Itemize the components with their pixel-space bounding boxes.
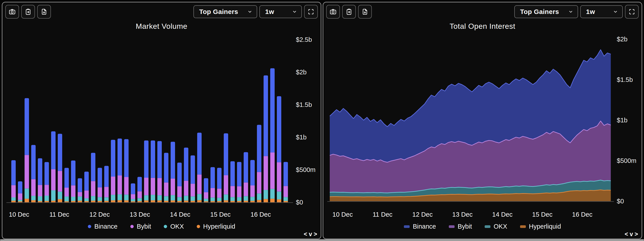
chevron-down-icon (613, 9, 618, 14)
svg-text:14 Dec: 14 Dec (170, 211, 190, 218)
svg-text:$500m: $500m (296, 166, 316, 173)
screenshot-button[interactable] (326, 5, 340, 18)
svg-text:11 Dec: 11 Dec (49, 211, 69, 218)
legend-marker (197, 225, 200, 228)
legend-item-binance[interactable]: Binance (404, 223, 436, 230)
legend-marker (130, 225, 134, 228)
chart-legend: BinanceBybitOKXHyperliquid (323, 223, 642, 230)
svg-text:16 Dec: 16 Dec (572, 211, 592, 218)
legend-item-bybit[interactable]: Bybit (449, 223, 472, 230)
fullscreen-button[interactable] (625, 5, 639, 18)
copy-to-clipboard-button[interactable] (342, 5, 356, 18)
legend-marker (485, 225, 490, 228)
export-data-button[interactable] (358, 5, 372, 18)
legend-item-bybit[interactable]: Bybit (130, 223, 151, 230)
svg-text:$1.5b: $1.5b (617, 76, 633, 83)
market-filter-value: Top Gainers (520, 8, 568, 16)
expand-corners-icon (308, 8, 314, 15)
fullscreen-button[interactable] (304, 5, 318, 18)
chevron-down-icon (568, 9, 573, 14)
svg-text:12 Dec: 12 Dec (90, 211, 110, 218)
chevron-down-icon (248, 9, 252, 14)
svg-text:$500m: $500m (617, 157, 636, 164)
clipboard-arrow-icon (24, 8, 32, 15)
legend-item-okx[interactable]: OKX (485, 223, 507, 230)
svg-text:$1.5b: $1.5b (296, 101, 312, 108)
legend-item-hyperliquid[interactable]: Hyperliquid (197, 223, 235, 230)
svg-text:$1b: $1b (617, 117, 628, 124)
svg-text:$1b: $1b (296, 134, 306, 141)
pan-right-button[interactable]: > (634, 231, 638, 238)
svg-text:10 Dec: 10 Dec (9, 211, 29, 218)
total-open-interest-chart[interactable]: $0$500m$1b$1.5b$2b10 Dec11 Dec12 Dec13 D… (323, 21, 642, 238)
legend-item-hyperliquid[interactable]: Hyperliquid (520, 223, 561, 230)
toolbar: Top Gainers 1w (2, 2, 321, 21)
chart-pager: < v > (304, 231, 317, 238)
pager-collapse-button[interactable]: v (630, 231, 633, 238)
chart-legend: BinanceBybitOKXHyperliquid (2, 223, 321, 230)
svg-text:$2b: $2b (296, 68, 306, 76)
copy-to-clipboard-button[interactable] (21, 5, 35, 18)
time-range-select[interactable]: 1w (259, 5, 302, 18)
legend-item-binance[interactable]: Binance (88, 223, 118, 230)
open-interest-panel: Top Gainers 1w $0$500m$1b$1.5b$2b10 Dec1… (323, 2, 642, 239)
horizontal-scrollbar[interactable] (0, 239, 644, 241)
svg-text:11 Dec: 11 Dec (373, 211, 392, 218)
legend-label: Binance (94, 223, 118, 230)
legend-marker (449, 225, 454, 228)
camera-icon (330, 8, 336, 15)
toolbar: Top Gainers 1w (323, 2, 642, 21)
chart-region: $0$500m$1b$1.5b$2b10 Dec11 Dec12 Dec13 D… (323, 21, 642, 238)
legend-marker (404, 225, 410, 228)
pan-right-button[interactable]: > (314, 231, 317, 238)
market-filter-value: Top Gainers (199, 8, 248, 16)
svg-text:$2b: $2b (617, 36, 628, 43)
market-filter-select[interactable]: Top Gainers (514, 5, 578, 18)
pager-collapse-button[interactable]: v (309, 231, 312, 238)
chevron-down-icon (292, 9, 297, 14)
legend-marker (164, 225, 167, 228)
pan-left-button[interactable]: < (624, 231, 628, 238)
time-range-select[interactable]: 1w (580, 5, 623, 18)
camera-icon (9, 8, 16, 15)
legend-label: Bybit (458, 223, 472, 230)
market-filter-select[interactable]: Top Gainers (194, 5, 257, 18)
legend-label: Binance (413, 223, 436, 230)
screenshot-button[interactable] (5, 5, 19, 18)
svg-text:16 Dec: 16 Dec (250, 211, 271, 218)
svg-text:$2.5b: $2.5b (296, 36, 312, 43)
legend-marker (520, 225, 526, 228)
svg-text:14 Dec: 14 Dec (492, 211, 512, 218)
chart-pager: < v > (624, 231, 638, 238)
legend-item-okx[interactable]: OKX (164, 223, 184, 230)
legend-label: Hyperliquid (203, 223, 235, 230)
pan-left-button[interactable]: < (304, 231, 307, 238)
legend-label: Bybit (137, 223, 151, 230)
legend-label: Hyperliquid (529, 223, 561, 230)
clipboard-arrow-icon (346, 8, 352, 15)
svg-text:$0: $0 (296, 199, 303, 206)
chart-title: Market Volume (2, 22, 321, 30)
svg-text:13 Dec: 13 Dec (130, 211, 150, 218)
market-volume-panel: Top Gainers 1w $0$500m$1b$1.5b$2b$2.5b10… (2, 2, 321, 239)
svg-text:15 Dec: 15 Dec (532, 211, 552, 218)
file-download-icon (40, 8, 48, 15)
time-range-value: 1w (586, 8, 613, 16)
legend-label: OKX (494, 223, 507, 230)
svg-text:10 Dec: 10 Dec (332, 211, 353, 218)
chart-region: $0$500m$1b$1.5b$2b$2.5b10 Dec11 Dec12 De… (2, 21, 321, 238)
svg-text:12 Dec: 12 Dec (412, 211, 433, 218)
time-range-value: 1w (265, 8, 292, 16)
export-data-button[interactable] (37, 5, 51, 18)
chart-title: Total Open Interest (323, 22, 642, 30)
svg-text:15 Dec: 15 Dec (210, 211, 230, 218)
legend-label: OKX (170, 223, 184, 230)
expand-corners-icon (628, 8, 635, 15)
legend-marker (88, 225, 91, 228)
market-volume-chart[interactable]: $0$500m$1b$1.5b$2b$2.5b10 Dec11 Dec12 De… (2, 21, 321, 238)
file-download-icon (362, 8, 368, 15)
svg-text:13 Dec: 13 Dec (452, 211, 473, 218)
svg-text:$0: $0 (617, 198, 624, 205)
